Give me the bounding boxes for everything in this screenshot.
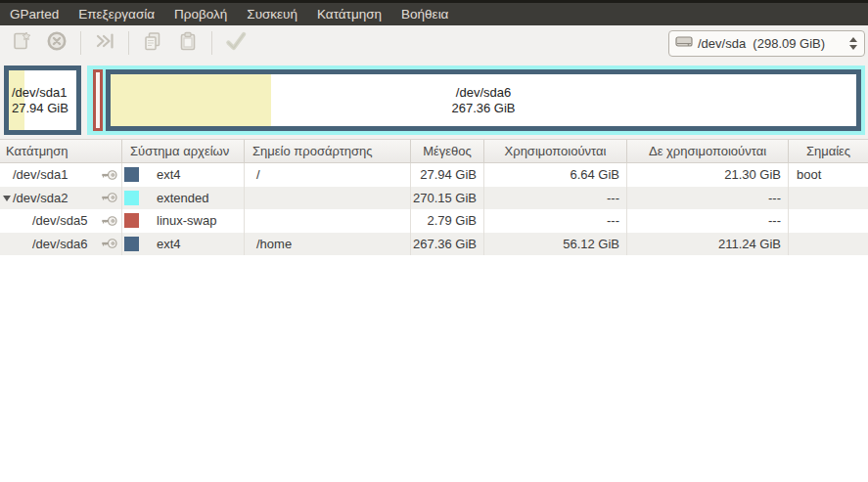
partition-size: 267.36 GiB (451, 101, 515, 116)
cell-flags (789, 187, 868, 210)
cell-size: 267.36 GiB (411, 233, 484, 256)
cell-unused: 21.30 GiB (627, 163, 789, 187)
cell-mountpoint: /home (245, 233, 411, 256)
cell-unused: --- (627, 209, 789, 233)
col-header-flags[interactable]: Σημαίες (789, 140, 868, 162)
gparted-window: GParted Επεξεργασία Προβολή Συσκευή Κατά… (0, 0, 868, 482)
cell-size: 27.94 GiB (411, 163, 484, 187)
fs-color-swatch (124, 191, 139, 205)
col-header-filesystem[interactable]: Σύστημα αρχείων (122, 140, 245, 162)
toolbar: /dev/sda (298.09 GiB) (0, 25, 868, 61)
cell-flags (789, 209, 868, 233)
apply-checkmark-icon (223, 28, 249, 58)
fs-type: extended (157, 191, 209, 205)
delete-partition-button[interactable] (39, 26, 74, 60)
partition-device: /dev/sda6 (456, 85, 511, 101)
cell-flags: boot (789, 163, 868, 187)
cell-used: 56.12 GiB (484, 233, 627, 256)
partition-device: /dev/sda1 (12, 85, 76, 101)
cell-filesystem: ext4 (122, 233, 245, 256)
paste-button[interactable] (170, 26, 206, 60)
resize-move-button[interactable] (87, 26, 122, 60)
resize-move-icon (93, 29, 116, 57)
mounted-key-icon (101, 238, 117, 249)
copy-button[interactable] (135, 26, 170, 60)
fs-type: linux-swap (157, 213, 216, 228)
partition-label: /dev/sda1 27.94 GiB (9, 70, 76, 130)
partition-table: /dev/sda1 ext4 / 27.94 GiB 6.64 GiB 21.3… (0, 163, 868, 255)
partition-name: /dev/sda1 (13, 167, 68, 182)
diskmap-partition-sda5[interactable] (93, 69, 103, 131)
col-header-partition[interactable]: Κατάτμηση (0, 140, 122, 162)
menu-device[interactable]: Συσκευή (237, 3, 307, 25)
menu-bar: GParted Επεξεργασία Προβολή Συσκευή Κατά… (0, 3, 868, 25)
delete-icon (45, 29, 69, 57)
partition-name: /dev/sda2 (13, 191, 68, 205)
table-row-sda1[interactable]: /dev/sda1 ext4 / 27.94 GiB 6.64 GiB 21.3… (0, 163, 868, 187)
partition-name: /dev/sda6 (32, 237, 87, 251)
diskmap-partition-sda1[interactable]: /dev/sda1 27.94 GiB (4, 66, 81, 135)
hard-drive-icon (675, 34, 693, 53)
cell-filesystem: ext4 (122, 163, 245, 187)
cell-filesystem: extended (122, 187, 245, 210)
toolbar-separator (80, 31, 81, 55)
toolbar-and-diskmap-panel: /dev/sda (298.09 GiB) /dev/sda1 27.94 Gi… (0, 25, 868, 139)
table-row-sda5[interactable]: /dev/sda5 linux-swap 2.79 GiB --- --- (0, 209, 868, 233)
menu-edit[interactable]: Επεξεργασία (69, 3, 164, 25)
partition-size: 27.94 GiB (12, 101, 76, 116)
new-partition-icon (10, 29, 33, 57)
cell-mountpoint (245, 187, 411, 210)
diskmap-partition-sda6[interactable]: /dev/sda6 267.36 GiB (106, 69, 861, 131)
table-row-sda6[interactable]: /dev/sda6 ext4 /home 267.36 GiB 56.12 Gi… (0, 233, 868, 256)
apply-operations-button[interactable] (218, 26, 253, 60)
fs-color-swatch (124, 213, 139, 228)
mounted-key-icon (101, 169, 117, 181)
partition-label: /dev/sda6 267.36 GiB (111, 74, 856, 126)
fs-color-swatch (124, 237, 139, 251)
cell-size: 2.79 GiB (411, 209, 484, 233)
device-selector-value: /dev/sda (298.09 GiB) (698, 36, 849, 51)
table-row-sda2[interactable]: /dev/sda2 extended 270.15 GiB --- --- (0, 187, 868, 210)
copy-icon (141, 29, 164, 57)
partition-name: /dev/sda5 (32, 213, 87, 228)
fs-color-swatch (124, 167, 139, 182)
cell-partition: /dev/sda5 (0, 209, 122, 233)
fs-type: ext4 (157, 167, 181, 182)
cell-mountpoint: / (245, 163, 411, 187)
partition-table-header: Κατάτμηση Σύστημα αρχείων Σημείο προσάρτ… (0, 139, 868, 163)
cell-size: 270.15 GiB (411, 187, 484, 210)
cell-used: --- (484, 187, 627, 210)
device-selector[interactable]: /dev/sda (298.09 GiB) (668, 30, 865, 57)
cell-partition: /dev/sda2 (0, 187, 122, 210)
combo-spinner-icon[interactable] (849, 37, 858, 50)
mounted-key-icon (101, 192, 117, 203)
col-header-used[interactable]: Χρησιμοποιούνται (484, 140, 627, 162)
cell-flags (789, 233, 868, 256)
cell-filesystem: linux-swap (122, 209, 245, 233)
diskmap-extended-partition-sda2[interactable]: /dev/sda6 267.36 GiB (87, 66, 865, 135)
cell-partition: /dev/sda6 (0, 233, 122, 256)
col-header-size[interactable]: Μέγεθος (411, 140, 484, 162)
cell-partition: /dev/sda1 (0, 163, 122, 187)
cell-unused: 211.24 GiB (627, 233, 789, 256)
fs-type: ext4 (157, 237, 181, 251)
col-header-mountpoint[interactable]: Σημείο προσάρτησης (245, 140, 411, 162)
mounted-key-icon (101, 215, 117, 227)
toolbar-separator (128, 31, 129, 55)
cell-unused: --- (627, 187, 789, 210)
menu-view[interactable]: Προβολή (164, 3, 237, 25)
menu-help[interactable]: Βοήθεια (391, 3, 458, 25)
col-header-unused[interactable]: Δε χρησιμοποιούνται (627, 140, 789, 162)
paste-icon (176, 29, 200, 57)
cell-mountpoint (245, 209, 411, 233)
menu-partition[interactable]: Κατάτμηση (307, 3, 391, 25)
cell-used: 6.64 GiB (484, 163, 627, 187)
expander-triangle-icon[interactable] (3, 196, 11, 201)
menu-gparted[interactable]: GParted (0, 3, 69, 25)
cell-used: --- (484, 209, 627, 233)
new-partition-button[interactable] (4, 26, 39, 60)
toolbar-separator (211, 31, 212, 55)
